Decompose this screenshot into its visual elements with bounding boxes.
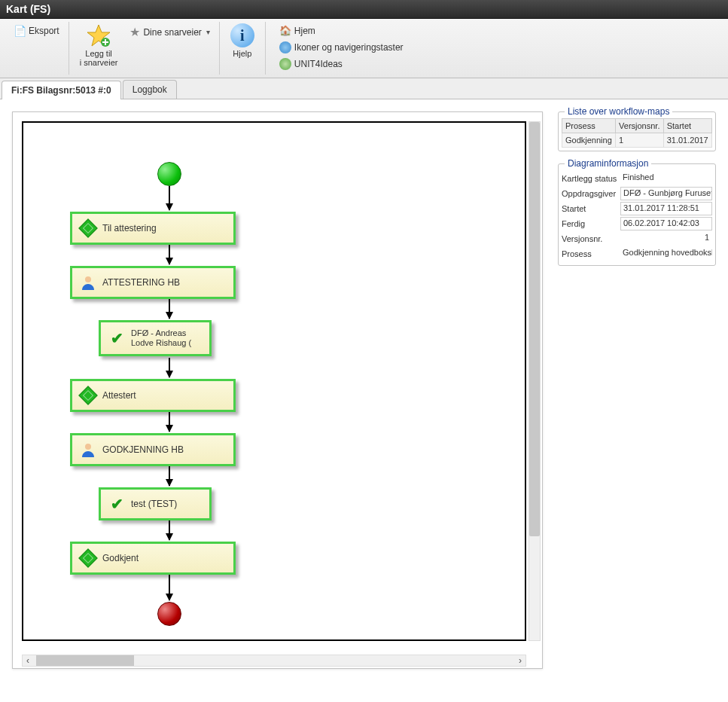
flow-arrow [169, 186, 170, 210]
info-icon: i [230, 23, 254, 47]
star-icon: ★ [129, 25, 140, 39]
flow-node-label: Til attestering [102, 223, 157, 233]
svg-point-2 [85, 276, 91, 282]
vertical-scrollbar[interactable] [528, 121, 541, 641]
col-prosess[interactable]: Prosess [562, 119, 616, 133]
flow-node[interactable]: GODKJENNING HB [70, 433, 236, 466]
info-row-startet: Startet 31.01.2017 11:28:51 [562, 202, 712, 215]
col-versjon[interactable]: Versjonsnr. [616, 119, 664, 133]
info-row-status: Kartlegg status Finished [562, 172, 712, 185]
info-row-oppdragsgiver: Oppdragsgiver DFØ - Gunbjørg Furuseth [562, 187, 712, 200]
toolbar-group-shortcuts: Legg til i snarveier ★ Dine snarveier ▾ [69, 22, 220, 75]
table-row[interactable]: Godkjenning 1 31.01.2017 [562, 133, 712, 148]
flow-arrow [169, 466, 170, 486]
workflow-maps-legend: Liste over workflow-maps [565, 106, 672, 117]
flow-arrow [169, 412, 170, 432]
info-value[interactable]: 06.02.2017 10:42:03 [620, 217, 712, 230]
help-button[interactable]: i Hjelp [226, 23, 259, 58]
workflow-maps-panel: Liste over workflow-maps Prosess Versjon… [558, 111, 716, 151]
flow-node-label: ATTESTERING HB [102, 277, 180, 288]
info-row-versjon: Versjonsnr. 1 [562, 232, 712, 246]
info-key: Ferdig [562, 219, 620, 228]
flow-node[interactable]: ATTESTERING HB [70, 266, 236, 299]
cell-prosess: Godkjenning [562, 133, 616, 148]
your-shortcuts-dropdown[interactable]: ★ Dine snarveier ▾ [126, 23, 212, 41]
diagram-panel: Til attestering ATTESTERING HB ✔ DFØ - A… [12, 111, 543, 669]
flow-arrow [169, 575, 170, 600]
link-unit4ideas-label: UNIT4Ideas [294, 59, 343, 69]
workflow-maps-table: Prosess Versjonsnr. Startet Godkjenning … [562, 118, 712, 148]
svg-point-3 [85, 444, 91, 450]
home-icon [279, 25, 291, 37]
flow-node[interactable]: Godkjent [70, 542, 236, 575]
person-icon [80, 274, 96, 291]
info-value: Finished [620, 172, 712, 185]
content-area: Til attestering ATTESTERING HB ✔ DFØ - A… [0, 99, 728, 681]
diagram-info-legend: Diagraminformasjon [565, 158, 651, 169]
add-shortcut-button[interactable]: Legg til i snarveier [75, 23, 123, 67]
flow-node[interactable]: ✔ test (TEST) [99, 487, 212, 520]
info-value[interactable]: DFØ - Gunbjørg Furuseth [620, 187, 712, 200]
flow-node-label: DFØ - Andreas Lodve Rishaug ( [131, 328, 202, 348]
flow-node-label: Attestert [102, 390, 136, 401]
link-icons-nav[interactable]: Ikoner og navigeringstaster [276, 40, 407, 55]
info-value: Godkjenning hovedboksbi [620, 247, 712, 261]
info-row-prosess: Prosess Godkjenning hovedboksbi [562, 247, 712, 261]
info-value[interactable]: 31.01.2017 11:28:51 [620, 202, 712, 215]
scroll-left-icon[interactable]: ‹ [23, 655, 33, 666]
flow-node-label: Godkjent [102, 553, 139, 563]
flow-arrow [169, 520, 170, 540]
info-key: Kartlegg status [562, 174, 620, 183]
flow-arrow [169, 299, 170, 319]
toolbar: Eksport Legg til i snarveier ★ Dine snar… [0, 19, 728, 78]
add-shortcut-label: Legg til i snarveier [80, 49, 118, 67]
flow-start-node[interactable] [157, 162, 181, 186]
person-icon [80, 441, 96, 458]
diagram-info-panel: Diagraminformasjon Kartlegg status Finis… [558, 163, 716, 266]
flow-arrow [169, 358, 170, 377]
export-icon [14, 25, 26, 37]
diagram-canvas[interactable]: Til attestering ATTESTERING HB ✔ DFØ - A… [22, 121, 526, 641]
window-titlebar: Kart (FS) [0, 0, 728, 19]
scroll-right-icon[interactable]: › [515, 655, 525, 666]
globe-icon [279, 58, 291, 70]
chevron-down-icon: ▾ [206, 28, 210, 36]
tab-log-label: Loggbok [133, 84, 167, 95]
toolbar-group-help: i Hjelp [220, 22, 266, 75]
question-icon [279, 41, 291, 53]
check-icon: ✔ [108, 330, 125, 346]
tab-strip: Fi:FS Bilagsnr:5013 #:0 Loggbok [0, 78, 728, 99]
diamond-icon [80, 220, 96, 237]
tab-log[interactable]: Loggbok [123, 80, 177, 99]
info-row-ferdig: Ferdig 06.02.2017 10:42:03 [562, 217, 712, 230]
link-home-label: Hjem [294, 26, 315, 36]
info-key: Versjonsnr. [562, 234, 620, 243]
flow-node[interactable]: Attestert [70, 379, 236, 412]
toolbar-group-export: Eksport [5, 22, 69, 75]
flow-end-node[interactable] [157, 602, 181, 626]
horizontal-scrollbar[interactable]: ‹ › [22, 655, 526, 667]
info-key: Startet [562, 204, 620, 213]
tab-main-label: Fi:FS Bilagsnr:5013 #:0 [11, 85, 111, 96]
export-label: Eksport [29, 26, 59, 36]
link-icons-nav-label: Ikoner og navigeringstaster [294, 42, 404, 53]
side-panel: Liste over workflow-maps Prosess Versjon… [558, 111, 716, 266]
export-button[interactable]: Eksport [11, 23, 62, 38]
cell-versjon: 1 [616, 133, 664, 148]
help-label: Hjelp [233, 49, 251, 58]
link-unit4ideas[interactable]: UNIT4Ideas [276, 56, 407, 72]
cell-startet: 31.01.2017 [663, 133, 711, 148]
flow-node[interactable]: ✔ DFØ - Andreas Lodve Rishaug ( [99, 320, 212, 356]
tab-main[interactable]: Fi:FS Bilagsnr:5013 #:0 [2, 81, 121, 99]
flow-node-label: GODKJENNING HB [102, 444, 184, 455]
diamond-icon [80, 387, 96, 404]
flow-arrow [169, 245, 170, 264]
flow-node[interactable]: Til attestering [70, 212, 236, 245]
diamond-icon [80, 550, 96, 566]
window-title: Kart (FS) [6, 3, 50, 15]
link-home[interactable]: Hjem [276, 23, 407, 38]
info-key: Prosess [562, 249, 620, 258]
col-startet[interactable]: Startet [663, 119, 711, 133]
info-key: Oppdragsgiver [562, 189, 620, 198]
star-plus-icon [87, 23, 111, 47]
